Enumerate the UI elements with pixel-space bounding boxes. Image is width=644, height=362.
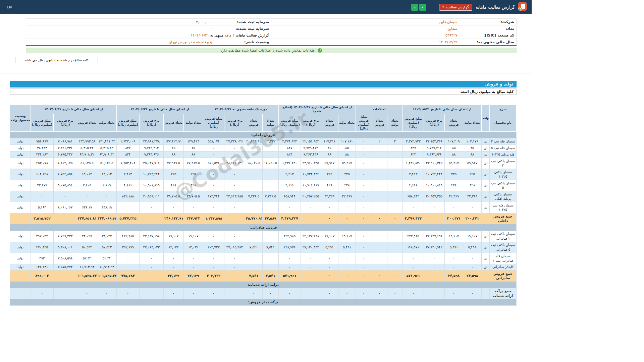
value-cell: ۸,۷۵۴,۸۵۸ <box>53 169 77 180</box>
product-row: سیمان فله تیپ ۴۲۵-۱تن۰۰۰۰۰۰۰۰۰۰۰۰۰۰۰۶۳۸.… <box>10 202 516 213</box>
codal-logo-icon[interactable] <box>518 2 527 12</box>
value-cell: ۲ <box>387 138 403 145</box>
unit-cell: تن <box>482 138 490 145</box>
value-cell: ۳۹,۷۰۵.۵ <box>163 191 183 202</box>
column-header: تعداد فروش <box>245 114 262 132</box>
amounts-note-box: کلیه مبالغ درج شده به میلیون ریال می باش… <box>15 57 98 63</box>
value-cell: ۸۲۷ <box>116 145 139 152</box>
value-cell <box>301 288 321 299</box>
status-cell <box>10 288 31 299</box>
product-name-cell: سیمان پاکتی ۳۲۵-۱ <box>490 169 517 180</box>
value-cell: ۳۲,۱۳۹ <box>163 270 183 282</box>
product-name-cell: سیمان فله صادراتی تیپ ۲ <box>490 253 517 264</box>
value-cell: ۲۷,۳۳۸,۰۲۶ <box>224 138 245 145</box>
value-cell: ۰ <box>321 288 338 299</box>
column-header: مبلغ فروش (میلیون ریال) <box>203 114 224 132</box>
value-cell: ۷,۵۴۱ <box>262 270 278 282</box>
period-group-header: از ابتدای سال مالی تا تاریخ ۱۴۰۴/۰۶/۳۱ <box>116 105 203 114</box>
section-row: فروش صادراتی: <box>10 224 516 231</box>
value-cell: ۸۵ <box>445 145 463 152</box>
unit-cell <box>482 288 490 299</box>
value-cell: ۵,۴۹۱ <box>445 242 463 253</box>
report-type-dropdown[interactable]: گزارش فعالیت ▾ <box>439 4 473 11</box>
unit-cell: تن <box>482 264 490 270</box>
value-cell: ۱۲۷,۶۲۴.۹۱ <box>163 138 183 145</box>
value-cell: ۱۹,۱۰۷ <box>338 231 356 242</box>
top-bar: گزارش فعالیت ماهانه گزارش فعالیت ▾ › ‹ E… <box>0 0 532 14</box>
value-cell: ۱۳,۰۳۲ <box>163 242 183 253</box>
value-cell <box>387 231 403 242</box>
value-cell: ۰ <box>356 158 372 169</box>
language-toggle[interactable]: EN <box>7 5 12 9</box>
value-cell: ۳۲,۱۳۹ <box>183 270 203 282</box>
table-header: شرحواحداز ابتدای سال مالی تا تاریخ ۱۴۰۴/… <box>10 105 516 132</box>
value-cell: ۰ <box>463 288 482 299</box>
value-cell: ۰ <box>163 202 183 213</box>
value-cell: ۵۲.۳۴ <box>97 253 116 264</box>
unregistered-capital-label: سرمایه ثبت نشده: <box>214 25 271 32</box>
value-cell: ۰ <box>301 202 321 213</box>
report-nav-buttons: › ‹ <box>411 4 426 11</box>
page-title: گزارش فعالیت ماهانه <box>476 5 515 10</box>
value-cell: ۰ <box>356 191 372 202</box>
value-cell: ۰ <box>445 202 463 213</box>
value-cell: ۵,۴۹۱ <box>338 242 356 253</box>
value-cell: ۴۵,۷۷۰.۹۱ <box>245 213 262 224</box>
value-cell: ۴۲۲,۹۸۵ <box>403 231 424 242</box>
value-cell: ۰ <box>356 151 372 158</box>
value-cell: ۹,۷۲۹,۴۱۲ <box>424 145 445 152</box>
value-cell: ۲۲,۱۵۲,۳۶۶ <box>424 138 445 145</box>
value-cell: ۴۲۲,۹۸۵ <box>116 231 139 242</box>
value-cell: ۰ <box>77 191 97 202</box>
product-name-cell: سیمان پاکتی تیپ ۲ صادراتی <box>490 231 517 242</box>
product-row: سیمان پاکتی ۳۲۵-۱تن۲۲۵۲۲۵۱۰,۷۲۴,۴۴۴۲,۴۱۳… <box>10 169 516 180</box>
value-cell: ۳۹۳ <box>31 253 53 264</box>
report-period-date: ۱۴۰۴/۰۶/۳۱ <box>191 33 209 38</box>
value-cell: ۴۲۸ <box>338 180 356 191</box>
value-cell: ۰ <box>321 270 338 282</box>
value-cell: ۹,۷۲۹,۴۱۲ <box>139 145 163 152</box>
value-cell: ۰ <box>97 288 116 299</box>
value-cell: ۲۳,۹۶۰,۳۴۵ <box>301 158 321 169</box>
column-header: تعداد تولید <box>262 114 278 132</box>
value-cell: ۱۳۱,۴۱۱.۴۳ <box>97 138 116 145</box>
value-cell: ۸۲۴ <box>116 151 139 158</box>
value-cell <box>301 213 321 224</box>
value-cell: ۱۰۱,۵۳۵.۲۷ <box>97 270 116 282</box>
value-cell <box>245 180 262 191</box>
value-cell: ۳۲,۳۶۹ <box>338 191 356 202</box>
company-info-table: شرکت: سیمان قاین سرمایه ثبت شده: ۴,۰۰۰,۰… <box>26 18 517 46</box>
value-cell: ۷,۳۳۶.۵ <box>262 191 278 202</box>
value-cell <box>245 169 262 180</box>
company-name-link[interactable]: سیمان قاین <box>271 19 460 25</box>
value-cell: ۰ <box>116 202 139 213</box>
period-group-header: دوره یک ماهه منتهی به ۱۴۰۴/۰۶/۳۱ <box>203 105 278 114</box>
report-dropdown-label: گزارش فعالیت <box>446 5 469 9</box>
value-cell: ۰ <box>139 253 163 264</box>
product-name-cell: جمع فروش داخلی <box>490 213 517 224</box>
value-cell <box>387 191 403 202</box>
next-report-button[interactable]: › <box>419 4 426 11</box>
unit-cell <box>482 270 490 282</box>
product-name-header: نام محصول <box>490 114 517 132</box>
value-cell <box>424 213 445 224</box>
value-cell <box>262 145 278 152</box>
value-cell <box>262 264 278 270</box>
column-header: تعداد فروش <box>77 114 97 132</box>
column-header: تعداد فروش <box>163 114 183 132</box>
value-cell: ۰ <box>278 253 301 264</box>
status-cell: تولید <box>10 191 31 202</box>
value-cell <box>245 231 262 242</box>
value-cell: ۶۹,۰۶۲ <box>77 169 97 180</box>
column-header: تعداد تولید <box>387 114 403 132</box>
product-name-cell: جمع درآمد ارائه خدمات <box>490 288 517 299</box>
product-row: سیمان فله تیپ ۲تن۱۰۷,۱۷۹۱۰۷,۲۰۹۲۲,۱۵۲,۳۶… <box>10 138 516 145</box>
value-cell: ۴,۶۶۶ <box>116 180 139 191</box>
value-cell: ۰ <box>116 264 139 270</box>
value-cell <box>262 151 278 158</box>
value-cell <box>387 169 403 180</box>
value-cell: ۵,۱۶۳ <box>31 202 53 213</box>
value-cell: ۰ <box>203 231 224 242</box>
prev-report-button[interactable]: ‹ <box>411 4 418 11</box>
value-cell: ۴,۴۷۹,۴۳۷ <box>403 213 424 224</box>
